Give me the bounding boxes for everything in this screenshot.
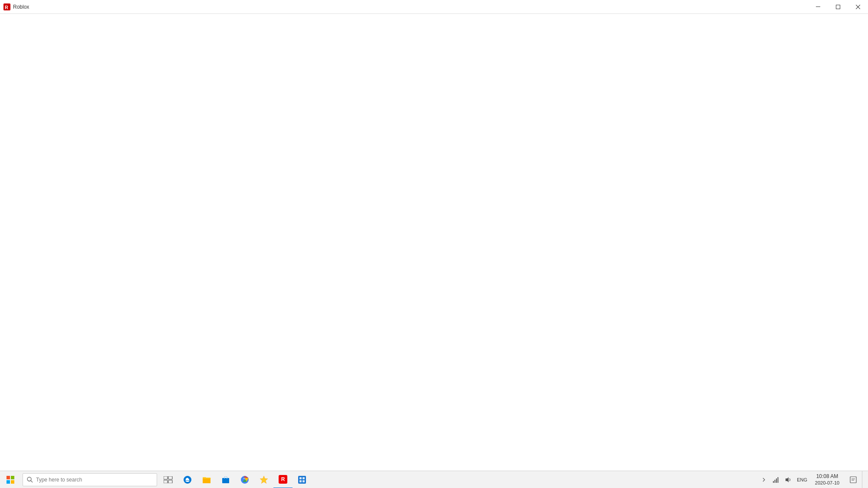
network-icon[interactable] [770,471,782,488]
search-bar[interactable]: Type here to search [23,473,157,486]
svg-rect-30 [302,480,305,482]
taskbar: Type here to search [0,471,868,488]
roblox-app-icon: R [3,3,10,10]
taskbar-app-roblox[interactable]: R [273,471,293,488]
svg-rect-14 [164,480,168,483]
main-content [0,14,868,473]
svg-marker-35 [786,477,789,482]
svg-rect-21 [223,478,229,483]
svg-rect-34 [778,477,779,483]
svg-rect-36 [850,477,856,483]
language-indicator[interactable]: ENG [795,471,809,488]
clock-area[interactable]: 10:08 AM 2020-07-10 [810,471,845,488]
clock-time: 10:08 AM [816,473,838,480]
svg-rect-12 [164,476,168,479]
system-tray [770,471,794,488]
svg-rect-27 [299,477,302,479]
taskbar-app-edge[interactable] [178,471,197,488]
svg-rect-13 [168,476,172,479]
taskbar-app-chrome[interactable] [235,471,254,488]
svg-rect-18 [203,478,210,483]
tray-expand-button[interactable] [759,471,769,488]
svg-rect-8 [7,480,10,484]
taskbar-apps: R [178,471,759,488]
svg-rect-7 [11,476,14,479]
search-input[interactable]: Type here to search [36,477,153,483]
start-button[interactable] [0,471,21,488]
svg-rect-15 [168,480,172,483]
svg-rect-29 [299,480,302,482]
svg-rect-31 [773,481,774,483]
title-bar-left: R Roblox [0,3,29,10]
taskbar-app-file-explorer[interactable] [197,471,216,488]
svg-point-10 [27,477,31,481]
svg-rect-3 [836,5,840,9]
search-icon [26,476,33,483]
taskbar-right: ENG 10:08 AM 2020-07-10 [759,471,868,488]
svg-rect-6 [7,476,10,479]
svg-text:R: R [5,5,8,10]
close-button[interactable] [848,0,868,14]
clock-date: 2020-07-10 [815,480,839,486]
svg-line-11 [31,481,33,482]
taskbar-app-store[interactable] [216,471,235,488]
taskbar-app-7[interactable] [293,471,312,488]
roblox-icon: R [279,475,287,484]
window-title: Roblox [13,4,29,10]
title-bar: R Roblox [0,0,868,14]
svg-rect-32 [775,480,776,483]
restore-button[interactable] [828,0,848,14]
svg-rect-33 [776,478,777,483]
notification-button[interactable] [845,471,861,488]
minimize-button[interactable] [808,0,828,14]
svg-marker-25 [260,476,268,484]
svg-rect-9 [11,480,14,484]
svg-rect-2 [816,7,820,7]
taskbar-app-bookmarks[interactable] [254,471,273,488]
volume-icon[interactable] [782,471,794,488]
svg-rect-28 [302,477,305,479]
show-desktop-button[interactable] [862,471,866,488]
svg-rect-26 [298,476,306,484]
window-controls [808,0,868,14]
task-view-button[interactable] [159,471,178,488]
